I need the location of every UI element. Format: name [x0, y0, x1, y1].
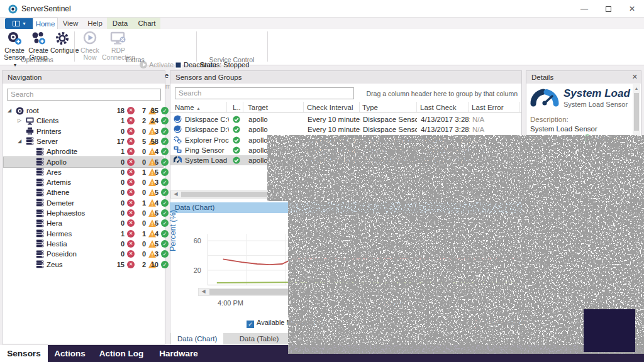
ok-count-icon: ✓: [161, 178, 169, 186]
sensors-panel-header: Sensors and Groups: [170, 71, 521, 84]
ok-count-icon: ✓: [161, 261, 169, 268]
tree-item-apollo[interactable]: Apollo0✕0!5✓: [4, 157, 163, 167]
ok-count-icon: ✓: [161, 250, 169, 258]
tree-item-athene[interactable]: Athene0✕0!5✓: [4, 187, 163, 197]
tree-item-hestia[interactable]: Hestia0✕0!5✓: [4, 239, 163, 249]
ribbon-tab-help[interactable]: Help: [83, 18, 107, 29]
sensor-row-system-load[interactable]: System LoadapolloEvery 10 minute(s)Syste…: [170, 155, 521, 165]
scroll-thumb[interactable]: [209, 289, 511, 295]
sensors-search-input[interactable]: Search: [175, 87, 354, 99]
column-header-last-error[interactable]: Last Error: [470, 102, 520, 113]
details-panel: Details ✕ ▲: [526, 70, 641, 344]
activated-icon: [584, 134, 591, 142]
footer-tab-actions[interactable]: Actions: [48, 345, 92, 362]
expander-collapsed-icon[interactable]: ▷: [18, 116, 21, 126]
scroll-thumb[interactable]: [634, 93, 639, 131]
create-sensor-button[interactable]: Create Sensor ▾: [3, 30, 26, 58]
details-close-icon[interactable]: ✕: [632, 73, 638, 81]
tree-item-clients[interactable]: ▷Clients1✕2!24✓: [4, 116, 163, 126]
check-now-icon: [78, 31, 102, 46]
navigation-panel-header: Navigation: [3, 71, 165, 84]
configure-button[interactable]: Configure: [50, 30, 74, 58]
titlebar: ServerSentinel — ✕: [0, 0, 644, 18]
ribbon-tab-view[interactable]: View: [58, 18, 83, 29]
chart-plot: [208, 228, 519, 288]
sensor-row-diskspace-c--[interactable]: Diskspace C:\apolloEvery 10 minute(s)Dis…: [170, 114, 521, 124]
footer-tabbar: SensorsActionsAction LogHardware: [0, 345, 644, 362]
sort-ascending-icon: ▲: [196, 106, 201, 111]
chart-hscrollbar[interactable]: ◀: [198, 288, 519, 296]
column-header-check-interval[interactable]: Check Interval: [305, 102, 360, 113]
ribbon-tab-data[interactable]: Data: [107, 18, 133, 29]
rdp-connection-button[interactable]: RDP Connection: [102, 30, 135, 58]
minimize-button[interactable]: —: [572, 0, 596, 18]
sensor-row-diskspace-d--[interactable]: Diskspace D:\apolloEvery 10 minute(s)Dis…: [170, 124, 521, 134]
footer-tab-sensors[interactable]: Sensors: [0, 345, 48, 362]
tree-item-artemis[interactable]: Artemis0✕0!3✓: [4, 177, 163, 187]
column-header-target[interactable]: Target: [246, 102, 304, 113]
subtab-data--chart-[interactable]: Data (Chart): [171, 333, 223, 344]
maximize-button[interactable]: [596, 0, 620, 18]
rdp-connection-icon: [102, 31, 135, 46]
column-header-last-check[interactable]: Last Check: [418, 102, 469, 113]
sensor-row-ping-sensor[interactable]: Ping SensorapolloEvery 10 minute(s)Ping …: [170, 145, 521, 155]
scroll-up-icon[interactable]: ▲: [633, 85, 640, 92]
tree-item-hera[interactable]: Hera0✕0!5✓: [4, 218, 163, 228]
ribbon-tab-chart[interactable]: Chart: [133, 18, 160, 29]
state-value: Activated: [584, 134, 625, 142]
legend-checkbox[interactable]: ✓: [475, 321, 482, 328]
tree-item-ares[interactable]: Ares0✕1!5✓: [4, 167, 163, 177]
tree-item-zeus[interactable]: Zeus15✕2!10✓: [4, 260, 163, 270]
expander-expanded-icon[interactable]: ◢: [18, 136, 21, 146]
details-sensor-subtitle: System Load Sensor: [564, 101, 628, 108]
ping-sensor-icon: [174, 146, 182, 156]
navigation-search-input[interactable]: Search: [7, 89, 161, 101]
scroll-left-icon[interactable]: ◀: [199, 288, 208, 295]
legend-checkbox[interactable]: ✓: [247, 321, 254, 328]
server-icon: [36, 260, 44, 271]
tree-item-demeter[interactable]: Demeter0✕1!4✓: [4, 198, 163, 208]
tree-item-poseidon[interactable]: Poseidon0✕0!3✓: [4, 249, 163, 259]
app-menu-icon: [13, 21, 20, 26]
configure-label: Configure: [50, 47, 74, 54]
tree-item-server[interactable]: ◢Server17✕5!58✓: [4, 136, 163, 146]
tree-item-hermes[interactable]: Hermes1✕1!4✓: [4, 229, 163, 239]
corruption-dark-block: [584, 309, 635, 352]
x-tick-label: 5:00 PM: [378, 299, 404, 307]
app-menu-button[interactable]: ▼: [5, 18, 34, 29]
column-header-type[interactable]: Type: [360, 102, 417, 113]
footer-tab-action-log[interactable]: Action Log: [92, 345, 151, 362]
sensor-row-explorer-process[interactable]: Explorer ProcessapolloEvery 10 minute(s)…: [170, 135, 521, 145]
ribbon: Create Sensor ▾ Create Group Configure O…: [0, 29, 644, 65]
tree-item-root[interactable]: ◢root18✕7!85✓: [4, 106, 163, 116]
column-header-name[interactable]: Name ▲: [173, 102, 227, 113]
state-label: State:: [530, 134, 549, 142]
sensors-hscrollbar[interactable]: ◀: [170, 190, 521, 199]
ok-count-icon: ✓: [161, 148, 169, 155]
extras-group-label: Extras: [74, 56, 196, 63]
scroll-left-icon[interactable]: ◀: [171, 191, 180, 198]
group-by-drag-hint: Drag a column header here to group by th…: [367, 90, 518, 97]
series-line-available-memory----: [217, 282, 518, 283]
expander-expanded-icon[interactable]: ◢: [8, 106, 11, 116]
column-header-l--[interactable]: L..: [231, 102, 243, 113]
tree-item-hephaestos[interactable]: Hephaestos0✕0!5✓: [4, 208, 163, 218]
gauge-sensor-icon: [174, 156, 182, 166]
ok-count-icon: ✓: [161, 117, 169, 124]
system-load-gauge-icon: [530, 87, 559, 107]
ribbon-tab-home[interactable]: Home: [33, 18, 58, 29]
details-panel-header: Details: [526, 71, 641, 84]
scroll-thumb[interactable]: [181, 192, 401, 197]
status-ok-icon: [233, 156, 240, 167]
tree-item-aphrodite[interactable]: Aphrodite1✕0!4✓: [4, 146, 163, 156]
ok-count-icon: ✓: [161, 209, 169, 217]
details-vscrollbar[interactable]: ▲: [633, 84, 640, 343]
group-separator: [267, 31, 268, 62]
tree-item-printers[interactable]: Printers0✕0!3✓: [4, 126, 163, 136]
check-now-button[interactable]: Check Now: [78, 30, 102, 58]
create-group-button[interactable]: Create Group: [26, 30, 50, 58]
close-button[interactable]: ✕: [620, 0, 644, 18]
subtab-data--table-[interactable]: Data (Table): [233, 333, 286, 344]
footer-tab-hardware[interactable]: Hardware: [151, 345, 206, 362]
y-tick-label: 20: [189, 266, 201, 274]
